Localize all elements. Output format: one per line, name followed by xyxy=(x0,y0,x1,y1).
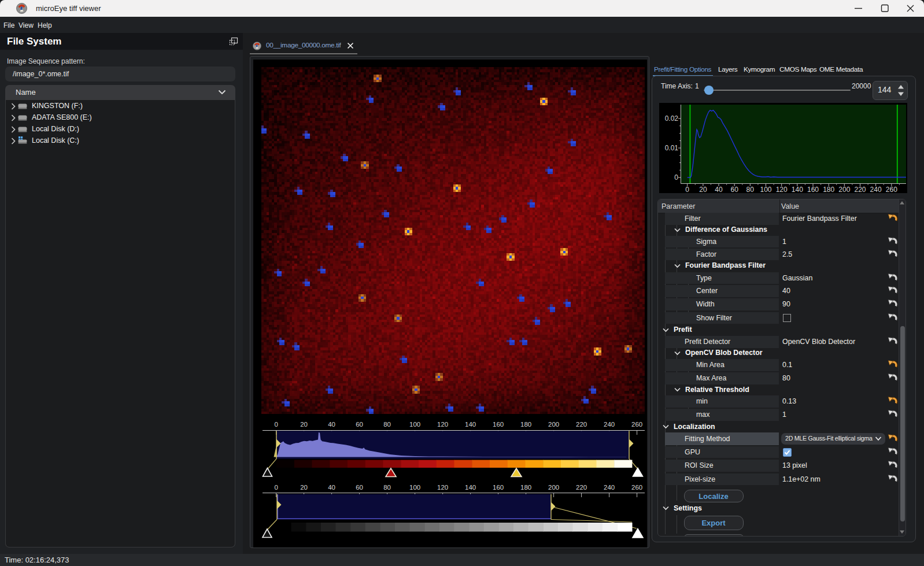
svg-text:260: 260 xyxy=(631,421,642,428)
svg-text:20: 20 xyxy=(300,484,308,491)
svg-text:220: 220 xyxy=(576,484,587,491)
svg-text:100: 100 xyxy=(409,484,420,491)
svg-text:60: 60 xyxy=(356,484,363,491)
svg-text:180: 180 xyxy=(520,421,531,428)
svg-text:140: 140 xyxy=(465,484,476,491)
svg-text:80: 80 xyxy=(383,484,391,491)
svg-text:180: 180 xyxy=(823,186,834,193)
svg-text:240: 240 xyxy=(604,484,615,491)
svg-text:240: 240 xyxy=(870,186,882,193)
svg-text:80: 80 xyxy=(383,421,391,428)
svg-text:260: 260 xyxy=(631,484,642,491)
svg-text:220: 220 xyxy=(854,186,866,193)
svg-text:140: 140 xyxy=(465,421,476,428)
svg-text:220: 220 xyxy=(576,421,587,428)
svg-text:160: 160 xyxy=(493,421,504,428)
svg-text:20: 20 xyxy=(300,421,308,428)
svg-text:0: 0 xyxy=(274,421,278,428)
svg-text:100: 100 xyxy=(760,186,771,193)
svg-text:120: 120 xyxy=(437,484,448,491)
svg-text:80: 80 xyxy=(746,186,755,193)
svg-text:100: 100 xyxy=(409,421,420,428)
svg-text:40: 40 xyxy=(328,421,335,428)
svg-text:260: 260 xyxy=(886,186,897,193)
svg-text:160: 160 xyxy=(493,484,504,491)
svg-text:140: 140 xyxy=(792,186,803,193)
svg-text:60: 60 xyxy=(731,186,739,193)
svg-text:20: 20 xyxy=(699,186,707,193)
svg-text:180: 180 xyxy=(520,484,531,491)
svg-text:60: 60 xyxy=(356,421,363,428)
svg-text:120: 120 xyxy=(437,421,448,428)
svg-text:200: 200 xyxy=(548,484,559,491)
svg-text:200: 200 xyxy=(838,186,850,193)
svg-text:160: 160 xyxy=(807,186,819,193)
svg-text:40: 40 xyxy=(715,186,723,193)
svg-text:0.01: 0.01 xyxy=(665,144,679,152)
svg-text:240: 240 xyxy=(604,421,615,428)
svg-text:200: 200 xyxy=(548,421,559,428)
svg-text:0: 0 xyxy=(674,173,678,182)
svg-text:0: 0 xyxy=(685,186,689,193)
svg-text:40: 40 xyxy=(328,484,335,491)
svg-text:0.02: 0.02 xyxy=(665,114,679,123)
svg-text:0: 0 xyxy=(274,484,278,491)
svg-text:120: 120 xyxy=(776,186,788,193)
